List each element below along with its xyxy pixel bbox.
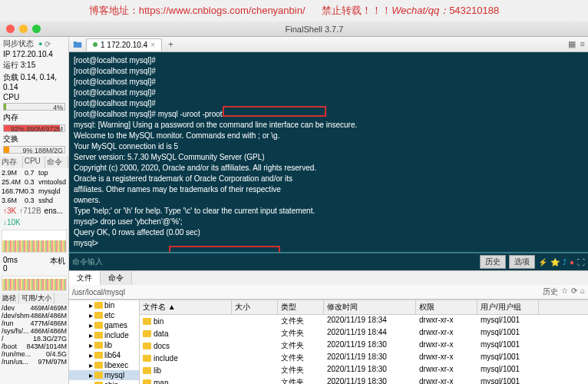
tree-item[interactable]: ▸bin <box>69 300 139 310</box>
watermark-banner: 博客地址：https://www.cnblogs.com/chenyanbin/… <box>0 4 588 18</box>
maximize-icon[interactable] <box>32 25 41 33</box>
terminal-line: [root@localhost mysql]# mysql -uroot -pr… <box>74 109 583 120</box>
options-button[interactable]: 选项 <box>509 255 535 269</box>
process-row[interactable]: 168.7M0.3mysqld <box>0 187 68 196</box>
history-button[interactable]: 历史 <box>480 255 506 269</box>
process-header: 内存CPU命令 <box>0 156 68 168</box>
tree-item[interactable]: ▸sbin <box>69 380 139 384</box>
status-dot-icon <box>93 42 97 47</box>
file-row[interactable]: man文件夹2020/11/19 18:30drwxr-xr-xmysql/10… <box>140 376 588 384</box>
window-controls[interactable] <box>0 25 41 33</box>
highlight-box-1 <box>223 106 326 117</box>
close-icon[interactable] <box>6 25 15 33</box>
folder-tree[interactable]: ▸bin▸etc▸games▸include▸lib▸lib64▸libexec… <box>69 300 140 384</box>
disk-row[interactable]: /run/me...0/4.5G <box>0 350 68 358</box>
swap-bar: 9% 188M/2G <box>3 146 65 154</box>
terminal-line: mysql> <box>74 238 583 249</box>
minimize-icon[interactable] <box>19 25 28 33</box>
load-label: 负载 0.14, 0.14, 0.14 <box>3 71 65 92</box>
tree-item[interactable]: ▸lib64 <box>69 350 139 360</box>
disk-row[interactable]: /dev/shm486M/486M <box>0 312 68 319</box>
status-sidebar: 同步状态●⟳ IP 172.20.10.4 运行 3:15 负载 0.14, 0… <box>0 37 69 384</box>
tree-item[interactable]: ▸mysql <box>69 370 139 380</box>
runtime-label: 运行 3:15 <box>3 59 65 71</box>
ip-label: IP 172.20.10.4 <box>3 49 65 59</box>
app-title: FinalShell 3.7.7 <box>41 25 588 34</box>
terminal-line: Server version: 5.7.30 MySQL Community S… <box>74 152 583 163</box>
disk-header: 路径可用/大小 <box>0 293 68 304</box>
share-icon[interactable]: ⤴ <box>563 258 567 266</box>
file-row[interactable]: bin文件夹2020/11/19 18:34drwxr-xr-xmysql/10… <box>140 315 588 327</box>
terminal[interactable]: [root@localhost mysql]#[root@localhost m… <box>69 52 588 252</box>
tree-item[interactable]: ▸libexec <box>69 360 139 370</box>
bolt-icon[interactable]: ⚡ <box>538 258 547 266</box>
tree-item[interactable]: ▸etc <box>69 310 139 320</box>
filelist-header[interactable]: 文件名 ▲大小类型修改时间权限用户/用户组 <box>140 300 588 315</box>
file-row[interactable]: data文件夹2020/11/19 18:44drwxr-xr-xmysql/1… <box>140 327 588 339</box>
terminal-line: Query OK, 0 rows affected (0.00 sec) <box>74 227 583 238</box>
file-row[interactable]: lib文件夹2020/11/19 18:30drwxr-xr-xmysql/10… <box>140 364 588 376</box>
disk-row[interactable]: /sys/fs/...486M/486M <box>0 327 68 335</box>
tree-item[interactable]: ▸include <box>69 330 139 340</box>
file-panel-tabs: 文件 命令 <box>69 270 588 285</box>
terminal-line: Oracle is a registered trademark of Orac… <box>74 174 583 184</box>
tree-item[interactable]: ▸games <box>69 320 139 330</box>
disk-row[interactable]: /dev469M/469M <box>0 304 68 312</box>
terminal-line: [root@localhost mysql]# <box>74 55 583 66</box>
history-label[interactable]: 历史 <box>543 286 558 297</box>
mem-bar: 92% 890M/972M <box>3 124 65 132</box>
info-icon: ● <box>38 40 42 48</box>
tab-files[interactable]: 文件 <box>69 271 101 285</box>
tree-item[interactable]: ▸lib <box>69 340 139 350</box>
process-row[interactable]: 25.4M0.3vmtoolsd <box>0 177 68 187</box>
latency-chart <box>2 276 67 291</box>
record-icon[interactable]: ● <box>570 258 574 266</box>
disk-row[interactable]: /run477M/486M <box>0 319 68 327</box>
net-peak: ↑712B <box>19 207 41 215</box>
folder-icon[interactable] <box>72 39 83 50</box>
file-row[interactable]: docs文件夹2020/11/19 18:30drwxr-xr-xmysql/1… <box>140 339 588 352</box>
highlight-box-2 <box>169 246 280 252</box>
bookmark-icon[interactable]: ☆ <box>561 286 568 297</box>
home-icon[interactable]: ⌂ <box>580 286 585 297</box>
process-row[interactable]: 2.9M0.7top <box>0 168 68 177</box>
refresh-icon[interactable]: ⟳ <box>571 286 577 297</box>
command-input-bar: 命令输入 历史 选项 ⚡ ⭐ ⤴ ● ⛶ <box>69 252 588 270</box>
file-row[interactable]: include文件夹2020/11/19 18:30drwxr-xr-xmysq… <box>140 352 588 364</box>
session-tab[interactable]: 1 172.20.10.4× <box>86 38 162 51</box>
cpu-bar: 4% <box>3 103 65 111</box>
terminal-line: [root@localhost mysql]# <box>74 66 583 77</box>
disk-row[interactable]: /boot843M/1014M <box>0 343 68 350</box>
blog-link[interactable]: https://www.cnblogs.com/chenyanbin/ <box>139 5 306 16</box>
disk-row[interactable]: /18.3G/27G <box>0 335 68 343</box>
disk-row[interactable]: /run/us...97M/97M <box>0 358 68 366</box>
terminal-line: affiliates. Other names may be trademark… <box>74 184 583 195</box>
terminal-line: owners. <box>74 195 583 206</box>
process-row[interactable]: 3.6M0.3sshd <box>0 196 68 205</box>
tab-commands[interactable]: 命令 <box>101 271 132 285</box>
terminal-line: [root@localhost mysql]# <box>74 77 583 88</box>
titlebar: FinalShell 3.7.7 <box>0 22 588 37</box>
add-tab-button[interactable]: + <box>165 39 177 50</box>
terminal-line: mysql: [Warning] Using a password on the… <box>74 120 583 131</box>
reload-icon[interactable]: ⟳ <box>45 40 51 48</box>
path-text[interactable]: /usr/local/mysql <box>72 288 125 296</box>
star-icon[interactable]: ⭐ <box>550 258 560 266</box>
terminal-line: mysql> drop user 'ybchen'@'%'; <box>74 217 583 227</box>
terminal-line: Welcome to the MySQL monitor. Commands e… <box>74 131 583 141</box>
close-tab-icon[interactable]: × <box>150 41 155 49</box>
grid-icon[interactable]: ▦ <box>568 39 576 49</box>
tab-bar: 1 172.20.10.4× + ▦ ≡ <box>69 37 588 52</box>
command-input[interactable]: 命令输入 <box>72 257 103 267</box>
terminal-line: Copyright (c) 2000, 2020, Oracle and/or … <box>74 163 583 174</box>
terminal-line: [root@localhost mysql]# <box>74 88 583 98</box>
terminal-line: Your MySQL connection id is 5 <box>74 141 583 152</box>
menu-icon[interactable]: ≡ <box>580 39 585 49</box>
sync-status: 同步状态●⟳ <box>3 38 65 49</box>
terminal-line: Type 'help;' or '\h' for help. Type '\c'… <box>74 206 583 217</box>
expand-icon[interactable]: ⛶ <box>577 258 585 266</box>
terminal-line: [root@localhost mysql]# <box>74 98 583 109</box>
breadcrumb: /usr/local/mysql 历史 ☆ ⟳ ⌂ <box>69 285 588 300</box>
file-list[interactable]: 文件名 ▲大小类型修改时间权限用户/用户组 bin文件夹2020/11/19 1… <box>140 300 588 384</box>
net-up: ↑3K <box>3 207 16 215</box>
